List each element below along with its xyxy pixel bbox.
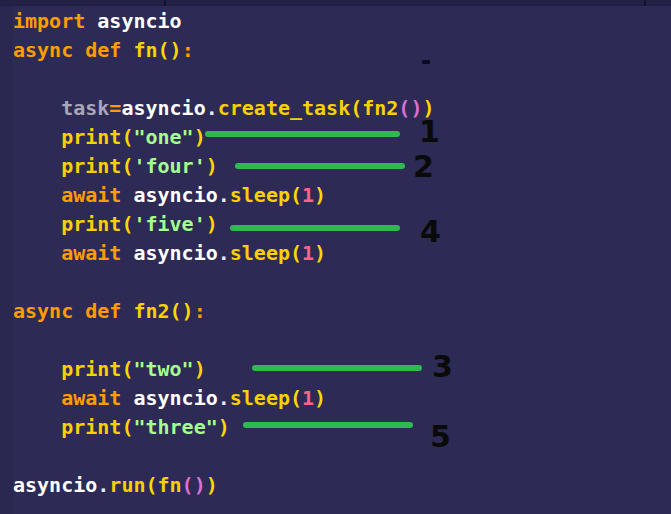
code-token-accessor: . (218, 183, 230, 207)
code-token-keyword: await (61, 183, 121, 207)
code-token-string: "two" (133, 357, 193, 381)
code-token-plain: asyncio (13, 473, 97, 497)
code-token-plain (73, 299, 85, 323)
code-token-keyword: async (13, 38, 73, 62)
code-token-function: sleep (230, 241, 290, 265)
code-token-bracket1: ) (206, 473, 218, 497)
code-token-keyword: async (13, 299, 73, 323)
code-line (13, 65, 671, 94)
code-token-function: print (61, 212, 121, 236)
code-line: await asyncio.sleep(1) (13, 239, 671, 268)
code-token-plain (13, 386, 61, 410)
code-token-function: print (61, 415, 121, 439)
code-token-number: 1 (302, 241, 314, 265)
code-token-keyword: await (61, 386, 121, 410)
code-token-operator: : (182, 38, 194, 62)
annotation-number: 1 (419, 117, 440, 147)
code-token-bracket1: ) (314, 183, 326, 207)
code-token-function: print (61, 154, 121, 178)
code-token-bracket1: ( (121, 125, 133, 149)
code-token-bracket1: ( (145, 473, 157, 497)
code-token-keyword: await (61, 241, 121, 265)
editor-tab-strip[interactable] (0, 0, 671, 6)
code-token-keyword: def (85, 38, 121, 62)
code-token-plain: asyncio (121, 96, 205, 120)
code-token-bracket1: ) (218, 415, 230, 439)
code-token-number: 1 (302, 183, 314, 207)
code-token-bracket1: ( (290, 241, 302, 265)
code-token-function: fn (133, 38, 157, 62)
code-line: async def fn2(): (13, 297, 671, 326)
code-token-accessor: . (97, 473, 109, 497)
code-line: await asyncio.sleep(1) (13, 384, 671, 413)
code-token-function: print (61, 125, 121, 149)
annotation-underline (252, 365, 422, 371)
code-token-keyword: import (13, 9, 85, 33)
code-token-variable: task (61, 96, 109, 120)
code-token-plain (121, 38, 133, 62)
code-token-bracket1: () (170, 299, 194, 323)
code-token-plain (13, 241, 61, 265)
annotation-underline (205, 131, 400, 137)
code-token-string: 'five' (133, 212, 205, 236)
code-line: await asyncio.sleep(1) (13, 181, 671, 210)
code-token-string: "three" (133, 415, 217, 439)
code-token-bracket1: ) (194, 125, 206, 149)
code-token-bracket1: ( (121, 154, 133, 178)
code-token-bracket1: ( (121, 212, 133, 236)
code-token-bracket2: () (182, 473, 206, 497)
annotation-number: 2 (413, 152, 434, 182)
code-token-string: "one" (133, 125, 193, 149)
code-token-plain (73, 38, 85, 62)
annotation-underline (235, 163, 405, 169)
code-token-bracket1: () (158, 38, 182, 62)
code-token-plain (13, 415, 61, 439)
code-token-plain: asyncio (133, 241, 217, 265)
code-token-plain (13, 357, 61, 381)
code-token-bracket1: ) (194, 357, 206, 381)
code-token-plain (13, 154, 61, 178)
code-token-operator: : (194, 299, 206, 323)
code-token-function: fn (158, 473, 182, 497)
code-token-function: create_task (218, 96, 350, 120)
code-token-accessor: . (206, 96, 218, 120)
code-line (13, 442, 671, 471)
stray-mark (422, 60, 430, 64)
code-token-plain (121, 299, 133, 323)
code-token-bracket1: ( (121, 357, 133, 381)
code-line (13, 326, 671, 355)
code-line (13, 268, 671, 297)
code-token-plain: asyncio (133, 183, 217, 207)
code-line: asyncio.run(fn()) (13, 471, 671, 500)
code-token-bracket1: ( (121, 415, 133, 439)
code-line: print("one") (13, 123, 671, 152)
code-token-plain (121, 386, 133, 410)
code-token-bracket1: ) (206, 212, 218, 236)
code-token-bracket1: ( (290, 386, 302, 410)
code-token-function: fn2 (133, 299, 169, 323)
code-line: import asyncio (13, 7, 671, 36)
annotation-number: 4 (420, 217, 441, 247)
code-token-plain (13, 212, 61, 236)
annotation-number: 5 (430, 422, 451, 452)
code-token-bracket1: ( (290, 183, 302, 207)
code-token-bracket1: ) (314, 386, 326, 410)
code-token-keyword: def (85, 299, 121, 323)
code-token-number: 1 (302, 386, 314, 410)
annotation-number: 3 (432, 352, 453, 382)
annotation-underline (243, 422, 413, 428)
code-token-plain: asyncio (97, 9, 181, 33)
code-token-plain: asyncio (133, 386, 217, 410)
code-token-function: sleep (230, 183, 290, 207)
code-token-function: sleep (230, 386, 290, 410)
code-token-string: 'four' (133, 154, 205, 178)
tab-divider (644, 0, 646, 6)
code-token-function: fn2 (362, 96, 398, 120)
code-token-function: run (109, 473, 145, 497)
code-line: async def fn(): (13, 36, 671, 65)
code-token-plain (13, 183, 61, 207)
code-token-accessor: . (218, 241, 230, 265)
code-token-function: print (61, 357, 121, 381)
tab-divider (164, 0, 166, 6)
code-line: task=asyncio.create_task(fn2()) (13, 94, 671, 123)
